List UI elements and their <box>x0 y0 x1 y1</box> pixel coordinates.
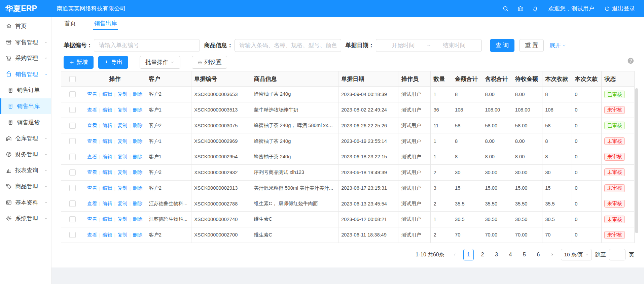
sidebar-item-system-management[interactable]: 系统管理 <box>0 211 51 227</box>
row-action-delete[interactable]: 删除 <box>133 107 142 113</box>
tab-home[interactable]: 首页 <box>64 17 77 30</box>
building-icon[interactable] <box>517 5 524 12</box>
row-action-copy[interactable]: 复制 <box>117 107 127 113</box>
search-button[interactable]: 查 询 <box>490 39 514 52</box>
row-action-delete[interactable]: 删除 <box>133 185 142 191</box>
row-action-edit[interactable]: 编辑 <box>102 154 112 159</box>
row-action-view[interactable]: 查看 <box>87 107 97 113</box>
jump-page-input[interactable] <box>609 249 625 260</box>
row-checkbox[interactable] <box>69 138 75 144</box>
row-action-edit[interactable]: 编辑 <box>102 216 112 222</box>
product-info-input[interactable] <box>235 39 341 52</box>
reset-button[interactable]: 重 置 <box>519 39 544 52</box>
sidebar-item-home[interactable]: 首页 <box>0 18 51 34</box>
row-action-edit[interactable]: 编辑 <box>102 123 112 128</box>
page-size-select[interactable]: 10 条/页 <box>561 249 592 260</box>
page-button-3[interactable]: 3 <box>491 249 502 260</box>
row-checkbox[interactable] <box>69 123 75 129</box>
row-select-cell <box>61 87 84 102</box>
sidebar-item-sales-return[interactable]: 销售退货 <box>0 114 51 130</box>
row-action-view[interactable]: 查看 <box>87 185 97 191</box>
sidebar-item-warehouse-management[interactable]: 仓库管理 <box>0 130 51 147</box>
row-checkbox[interactable] <box>69 200 75 207</box>
row-checkbox[interactable] <box>69 216 75 222</box>
row-action-edit[interactable]: 编辑 <box>102 185 112 191</box>
doc-no-input[interactable] <box>94 39 200 52</box>
action-separator: | <box>130 92 131 97</box>
sidebar-item-retail-management[interactable]: 零售管理 <box>0 34 51 50</box>
sidebar-item-goods-management[interactable]: 商品管理 <box>0 179 51 195</box>
row-action-delete[interactable]: 删除 <box>133 91 142 97</box>
page-button-4[interactable]: 4 <box>505 249 516 260</box>
page-button-6[interactable]: 6 <box>533 249 544 260</box>
expand-toggle[interactable]: 展开 <box>549 41 566 49</box>
logout-button[interactable]: 退出登录 <box>604 5 635 12</box>
sidebar-item-sales-outbound[interactable]: 销售出库 <box>0 98 51 115</box>
row-action-view[interactable]: 查看 <box>87 232 97 238</box>
sidebar-item-finance-management[interactable]: 财务管理 <box>0 146 51 162</box>
sidebar-item-report-query[interactable]: 报表查询 <box>0 162 51 179</box>
column-settings-button[interactable]: 列设置 <box>192 56 227 69</box>
row-action-copy[interactable]: 复制 <box>117 123 127 128</box>
date-start-placeholder[interactable]: 开始时间 <box>380 41 426 49</box>
row-action-delete[interactable]: 删除 <box>133 216 142 222</box>
row-checkbox[interactable] <box>69 91 75 97</box>
search-icon[interactable] <box>502 5 509 12</box>
row-checkbox[interactable] <box>69 232 75 238</box>
sidebar-item-purchase-management[interactable]: 采购管理 <box>0 50 51 66</box>
row-action-delete[interactable]: 删除 <box>133 201 142 206</box>
row-action-copy[interactable]: 复制 <box>117 232 127 238</box>
row-checkbox[interactable] <box>69 107 75 113</box>
row-action-view[interactable]: 查看 <box>87 201 97 206</box>
prev-page-button[interactable] <box>449 249 460 260</box>
row-action-copy[interactable]: 复制 <box>117 216 127 222</box>
sidebar-item-basic-data[interactable]: 基本资料 <box>0 194 51 211</box>
add-button[interactable]: 新增 <box>64 56 94 69</box>
select-all-checkbox[interactable] <box>69 76 75 82</box>
row-action-edit[interactable]: 编辑 <box>102 232 112 238</box>
date-range-picker[interactable]: 开始时间 ~ 结束时间 <box>376 39 482 52</box>
question-icon[interactable] <box>627 57 634 64</box>
bell-icon[interactable] <box>532 5 539 12</box>
table-scrollbar[interactable] <box>635 88 638 233</box>
row-action-delete[interactable]: 删除 <box>133 232 142 238</box>
row-action-view[interactable]: 查看 <box>87 169 97 175</box>
next-page-button[interactable] <box>547 249 558 260</box>
chevron-down-icon <box>44 201 48 204</box>
row-action-delete[interactable]: 删除 <box>133 123 142 128</box>
export-button[interactable]: 导出 <box>98 56 128 69</box>
page-button-2[interactable]: 2 <box>477 249 488 260</box>
row-action-edit[interactable]: 编辑 <box>102 107 112 113</box>
row-action-edit[interactable]: 编辑 <box>102 169 112 175</box>
row-action-edit[interactable]: 编辑 <box>102 91 112 97</box>
date-end-placeholder[interactable]: 结束时间 <box>431 41 477 49</box>
sidebar-item-sales-order[interactable]: 销售订单 <box>0 82 51 98</box>
row-action-edit[interactable]: 编辑 <box>102 138 112 144</box>
row-checkbox[interactable] <box>69 154 75 160</box>
row-action-copy[interactable]: 复制 <box>117 91 127 97</box>
row-checkbox[interactable] <box>69 169 75 176</box>
row-action-view[interactable]: 查看 <box>87 91 97 97</box>
page-button-1[interactable]: 1 <box>463 249 474 260</box>
action-separator: | <box>99 139 100 144</box>
page-button-5[interactable]: 5 <box>519 249 530 260</box>
action-separator: | <box>114 201 115 206</box>
row-action-delete[interactable]: 删除 <box>133 169 142 175</box>
row-action-delete[interactable]: 删除 <box>133 138 142 144</box>
row-checkbox[interactable] <box>69 185 75 191</box>
row-action-view[interactable]: 查看 <box>87 216 97 222</box>
sidebar-item-sales-management[interactable]: 销售管理 <box>0 66 51 82</box>
row-action-copy[interactable]: 复制 <box>117 169 127 175</box>
row-action-copy[interactable]: 复制 <box>117 154 127 159</box>
row-action-delete[interactable]: 删除 <box>133 154 142 159</box>
tab-sales-outbound[interactable]: 销售出库 <box>93 17 118 30</box>
row-action-copy[interactable]: 复制 <box>117 138 127 144</box>
row-action-view[interactable]: 查看 <box>87 154 97 159</box>
row-action-view[interactable]: 查看 <box>87 123 97 128</box>
app-logo[interactable]: 华夏ERP <box>0 3 51 14</box>
row-action-view[interactable]: 查看 <box>87 138 97 144</box>
batch-operations-button[interactable]: 批量操作 <box>140 56 180 69</box>
row-action-edit[interactable]: 编辑 <box>102 201 112 206</box>
row-action-copy[interactable]: 复制 <box>117 185 127 191</box>
row-action-copy[interactable]: 复制 <box>117 201 127 206</box>
